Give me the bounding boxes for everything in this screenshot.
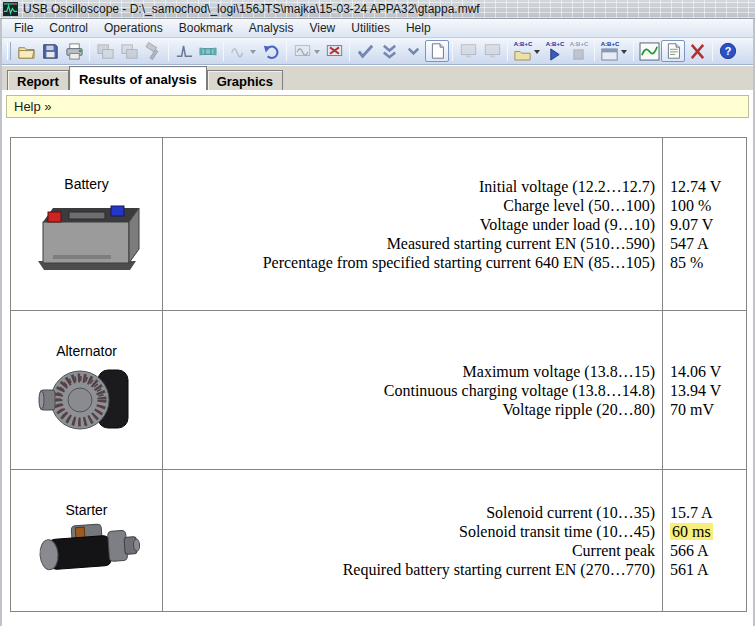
tab-results-of-analysis[interactable]: Results of analysis xyxy=(69,66,207,90)
abc-label: A:B+C xyxy=(601,41,620,47)
abc-label: A:B+C xyxy=(546,41,565,47)
dropdown-caret-icon xyxy=(534,50,540,57)
toolbar-separator xyxy=(223,41,224,61)
menu-analysis[interactable]: Analysis xyxy=(241,19,302,37)
waveform-mode-icon[interactable] xyxy=(227,40,259,62)
menu-bar: File Control Operations Bookmark Analysi… xyxy=(2,19,753,38)
starter-values: 15.7 A 60 ms 566 A 561 A xyxy=(663,470,746,611)
abc-label: A:B+C xyxy=(570,41,589,47)
table-row-battery: Battery Initial voltage (12.2…12.7) xyxy=(11,138,746,310)
menu-help[interactable]: Help xyxy=(398,19,439,37)
toolbar-separator xyxy=(507,41,508,61)
param-value: 85 % xyxy=(670,253,703,272)
param-label: Maximum voltage (13.8…15) xyxy=(463,362,655,381)
param-value: 12.74 V xyxy=(670,177,721,196)
param-label: Percentage from specified starting curre… xyxy=(263,253,655,272)
toolbar-separator xyxy=(168,41,169,61)
param-value: 13.94 V xyxy=(670,381,721,400)
param-value: 15.7 A xyxy=(670,503,713,522)
screen-waveform-icon[interactable] xyxy=(290,40,322,62)
tab-report[interactable]: Report xyxy=(7,70,69,90)
menu-utilities[interactable]: Utilities xyxy=(343,19,398,37)
param-label: Initial voltage (12.2…12.7) xyxy=(479,177,655,196)
toolbar-separator xyxy=(349,41,350,61)
undo-icon[interactable] xyxy=(259,40,283,62)
battery-labels: Initial voltage (12.2…12.7) Charge level… xyxy=(163,138,663,310)
starter-image xyxy=(33,521,141,579)
param-label: Measured starting current EN (510…590) xyxy=(387,234,655,253)
save-icon[interactable] xyxy=(38,40,62,62)
graphics-view-icon[interactable] xyxy=(637,40,661,62)
menu-bookmark[interactable]: Bookmark xyxy=(171,19,241,37)
tab-graphics[interactable]: Graphics xyxy=(207,70,283,90)
report-view-icon[interactable] xyxy=(661,40,685,62)
table-row-alternator: Alternator Maximum voltage (13.8…15) Con… xyxy=(11,310,746,469)
section-title-battery: Battery xyxy=(64,176,108,192)
analysis-table: Battery Initial voltage (12.2…12.7) xyxy=(10,137,747,612)
param-label: Voltage ripple (20…80) xyxy=(502,400,655,419)
new-page-icon[interactable] xyxy=(425,40,449,62)
toolbar-separator xyxy=(594,41,595,61)
menu-file[interactable]: File xyxy=(6,19,41,37)
toolbar: A:B+C A:B+C A:B+C A:B+C xyxy=(2,38,753,65)
param-value: 100 % xyxy=(670,196,711,215)
param-value: 70 mV xyxy=(670,400,714,419)
toolbar-separator xyxy=(452,41,453,61)
battery-cell: Battery xyxy=(11,138,163,310)
abc-open-icon[interactable]: A:B+C xyxy=(511,40,543,62)
help-link[interactable]: Help » xyxy=(14,99,52,114)
menu-control[interactable]: Control xyxy=(41,19,96,37)
param-label: Solenoid transit time (10…45) xyxy=(459,522,655,541)
app-window: USB Oscilloscope - D:\_samochod\_logi\15… xyxy=(0,0,755,626)
close-screen-icon[interactable] xyxy=(322,40,346,62)
tools-hammer-icon[interactable] xyxy=(141,40,165,62)
abc-panel-icon[interactable]: A:B+C xyxy=(598,40,630,62)
alternator-cell: Alternator xyxy=(11,311,163,469)
param-label: Solenoid current (10…35) xyxy=(486,503,655,522)
accept-icon[interactable] xyxy=(353,40,377,62)
starter-cell: Starter xyxy=(11,470,163,611)
oscilloscope-app-icon[interactable] xyxy=(3,2,18,16)
help-bar[interactable]: Help » xyxy=(6,95,749,118)
starter-labels: Solenoid current (10…35) Solenoid transi… xyxy=(163,470,663,611)
alternator-image xyxy=(38,362,136,438)
results-panel: Help » Battery xyxy=(2,90,753,626)
param-label: Charge level (50…100) xyxy=(503,196,655,215)
param-label: Voltage under load (9…10) xyxy=(480,215,655,234)
copy-image-icon[interactable] xyxy=(93,40,117,62)
menu-view[interactable]: View xyxy=(301,19,343,37)
tab-strip: ReportResults of analysisGraphics xyxy=(2,66,753,90)
abc-label: A:B+C xyxy=(514,41,533,47)
toolbar-separator xyxy=(633,41,634,61)
open-file-icon[interactable] xyxy=(14,40,38,62)
close-document-icon[interactable] xyxy=(685,40,709,62)
param-value: 9.07 V xyxy=(670,215,713,234)
section-title-starter: Starter xyxy=(65,502,107,518)
toolbar-grip[interactable] xyxy=(7,42,11,60)
abc-play-icon[interactable]: A:B+C xyxy=(543,40,567,62)
monitor-a-icon[interactable] xyxy=(456,40,480,62)
alternator-labels: Maximum voltage (13.8…15) Continuous cha… xyxy=(163,311,663,469)
param-label: Continuous charging voltage (13.8…14.8) xyxy=(384,381,655,400)
monitor-b-icon[interactable] xyxy=(480,40,504,62)
current-clamp-icon[interactable] xyxy=(196,40,220,62)
menu-operations[interactable]: Operations xyxy=(96,19,171,37)
param-value-highlighted: 60 ms xyxy=(670,522,713,541)
param-value: 547 A xyxy=(670,234,709,253)
alternator-values: 14.06 V 13.94 V 70 mV xyxy=(663,311,746,469)
accept-all-icon[interactable] xyxy=(377,40,401,62)
toolbar-separator xyxy=(286,41,287,61)
param-label: Required battery starting current EN (27… xyxy=(343,560,655,579)
help-icon[interactable]: ? xyxy=(716,40,740,62)
table-row-starter: Starter Solenoid cu xyxy=(11,469,746,611)
abc-stop-icon[interactable]: A:B+C xyxy=(567,40,591,62)
battery-image xyxy=(31,195,143,273)
title-bar: USB Oscilloscope - D:\_samochod\_logi\15… xyxy=(0,0,755,19)
accept-step-icon[interactable] xyxy=(401,40,425,62)
single-spike-icon[interactable] xyxy=(172,40,196,62)
print-icon[interactable] xyxy=(62,40,86,62)
window-title: USB Oscilloscope - D:\_samochod\_logi\15… xyxy=(23,2,480,16)
paste-image-icon[interactable] xyxy=(117,40,141,62)
battery-values: 12.74 V 100 % 9.07 V 547 A 85 % xyxy=(663,138,746,310)
dropdown-caret-icon xyxy=(314,50,320,57)
